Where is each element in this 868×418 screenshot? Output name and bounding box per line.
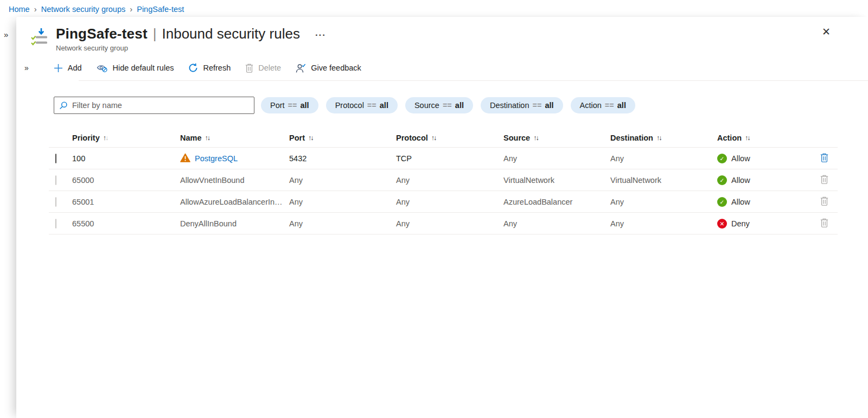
action-cell: ✓ Allow bbox=[712, 175, 811, 185]
name-cell: AllowVnetInBound bbox=[175, 176, 284, 185]
port-cell: Any bbox=[284, 176, 391, 185]
delete-rule-button[interactable] bbox=[811, 218, 838, 229]
network-security-group-icon bbox=[31, 27, 49, 50]
sort-icon: ↑↓ bbox=[103, 134, 108, 142]
sort-icon: ↑↓ bbox=[431, 134, 436, 142]
delete-rule-button[interactable] bbox=[811, 197, 838, 207]
breadcrumb-nsg-list-link[interactable]: Network security groups bbox=[41, 5, 126, 14]
pill-field: Port bbox=[270, 101, 285, 110]
column-header-port[interactable]: Port ↑↓ bbox=[284, 134, 391, 142]
toolbar-divider bbox=[79, 80, 868, 81]
filter-pill-port[interactable]: Port == all bbox=[261, 97, 318, 113]
inbound-rules-table: Priority ↑↓ Name ↑↓ Port ↑↓ Protocol ↑↓ … bbox=[49, 128, 838, 235]
allow-check-icon: ✓ bbox=[717, 175, 727, 185]
priority-cell: 100 bbox=[67, 154, 175, 163]
breadcrumb: Home › Network security groups › PingSaf… bbox=[9, 4, 184, 14]
row-checkbox[interactable] bbox=[55, 197, 56, 207]
table-row[interactable]: 65500 DenyAllInBound Any Any Any Any ✕ D… bbox=[49, 213, 838, 235]
destination-cell: Any bbox=[605, 198, 712, 206]
add-button-label: Add bbox=[68, 64, 82, 72]
table-row[interactable]: 65000 AllowVnetInBound Any Any VirtualNe… bbox=[49, 169, 838, 191]
plus-icon bbox=[54, 64, 63, 73]
column-header-destination[interactable]: Destination ↑↓ bbox=[605, 134, 712, 142]
column-header-protocol[interactable]: Protocol ↑↓ bbox=[391, 134, 498, 142]
column-header-action[interactable]: Action ↑↓ bbox=[712, 134, 811, 142]
destination-cell: VirtualNetwork bbox=[605, 176, 712, 185]
source-cell: Any bbox=[498, 154, 605, 163]
port-cell: 5432 bbox=[284, 154, 391, 163]
filter-search bbox=[54, 97, 254, 114]
panel-expand-chevron-icon[interactable]: » bbox=[4, 30, 8, 39]
page-title: PingSafe-test bbox=[56, 26, 148, 42]
table-row[interactable]: 65001 AllowAzureLoadBalancerInBound Any … bbox=[49, 191, 838, 213]
refresh-button[interactable]: Refresh bbox=[188, 63, 231, 73]
source-cell: VirtualNetwork bbox=[498, 176, 605, 185]
toolbar-overflow-chevron-icon[interactable]: » bbox=[24, 64, 29, 72]
breadcrumb-current-link[interactable]: PingSafe-test bbox=[137, 5, 184, 14]
feedback-person-icon bbox=[296, 64, 306, 73]
refresh-button-label: Refresh bbox=[203, 64, 231, 72]
trash-icon bbox=[820, 175, 828, 186]
close-icon[interactable]: ✕ bbox=[818, 23, 834, 40]
source-cell: AzureLoadBalancer bbox=[498, 198, 605, 206]
column-header-source[interactable]: Source ↑↓ bbox=[498, 134, 605, 142]
name-cell: AllowAzureLoadBalancerInBound bbox=[175, 198, 284, 206]
warning-icon bbox=[180, 153, 190, 164]
rule-name-link[interactable]: PostgreSQL bbox=[195, 154, 238, 163]
breadcrumb-separator-icon: › bbox=[34, 4, 37, 14]
delete-rule-button[interactable] bbox=[811, 175, 838, 186]
column-header-priority[interactable]: Priority ↑↓ bbox=[67, 134, 175, 142]
destination-cell: Any bbox=[605, 219, 712, 228]
sort-icon: ↑↓ bbox=[533, 134, 538, 142]
filter-row: Port == all Protocol == all Source == al… bbox=[54, 97, 868, 114]
add-button[interactable]: Add bbox=[54, 64, 82, 73]
pill-field: Destination bbox=[490, 101, 529, 110]
protocol-cell: Any bbox=[391, 198, 498, 206]
column-header-name[interactable]: Name ↑↓ bbox=[175, 134, 284, 142]
trash-icon bbox=[820, 153, 828, 164]
pill-value: all bbox=[380, 101, 388, 110]
sort-icon: ↑↓ bbox=[656, 134, 661, 142]
pill-value: all bbox=[301, 101, 309, 110]
sort-icon: ↑↓ bbox=[745, 134, 750, 142]
pill-operator: == bbox=[288, 101, 297, 110]
sort-icon: ↑↓ bbox=[205, 134, 210, 142]
filter-pill-protocol[interactable]: Protocol == all bbox=[326, 97, 398, 113]
priority-cell: 65500 bbox=[67, 219, 175, 228]
row-checkbox[interactable] bbox=[55, 154, 56, 163]
pill-operator: == bbox=[367, 101, 376, 110]
filter-pill-source[interactable]: Source == all bbox=[405, 97, 473, 113]
give-feedback-button[interactable]: Give feedback bbox=[296, 64, 361, 73]
port-cell: Any bbox=[284, 198, 391, 206]
hide-default-rules-label: Hide default rules bbox=[113, 64, 174, 72]
row-checkbox[interactable] bbox=[55, 175, 56, 185]
allow-check-icon: ✓ bbox=[717, 154, 727, 163]
trash-icon bbox=[820, 197, 828, 207]
view-title: Inbound security rules bbox=[162, 26, 300, 42]
give-feedback-label: Give feedback bbox=[311, 64, 361, 72]
filter-pill-destination[interactable]: Destination == all bbox=[481, 97, 563, 113]
pill-operator: == bbox=[605, 101, 614, 110]
filter-pill-action[interactable]: Action == all bbox=[571, 97, 635, 113]
breadcrumb-home-link[interactable]: Home bbox=[9, 5, 30, 14]
trash-icon bbox=[820, 218, 828, 229]
filter-by-name-input[interactable] bbox=[54, 97, 254, 114]
eye-hide-icon bbox=[97, 64, 108, 73]
more-menu-icon[interactable]: ··· bbox=[315, 29, 326, 38]
action-cell: ✓ Allow bbox=[712, 154, 811, 163]
title-block: PingSafe-test | Inbound security rules ·… bbox=[56, 26, 326, 52]
pill-value: all bbox=[545, 101, 553, 110]
source-cell: Any bbox=[498, 219, 605, 228]
delete-button[interactable]: Delete bbox=[245, 64, 281, 73]
protocol-cell: TCP bbox=[391, 154, 498, 163]
breadcrumb-separator-icon: › bbox=[130, 4, 132, 14]
action-label: Allow bbox=[731, 198, 750, 206]
row-checkbox[interactable] bbox=[55, 219, 56, 229]
hide-default-rules-button[interactable]: Hide default rules bbox=[97, 64, 174, 73]
pill-operator: == bbox=[532, 101, 541, 110]
destination-cell: Any bbox=[605, 154, 712, 163]
search-icon bbox=[59, 101, 68, 112]
pill-operator: == bbox=[443, 101, 452, 110]
delete-rule-button[interactable] bbox=[811, 153, 838, 164]
table-row[interactable]: 100 PostgreSQL 5432 TCP Any Any ✓ Allow bbox=[49, 148, 838, 169]
